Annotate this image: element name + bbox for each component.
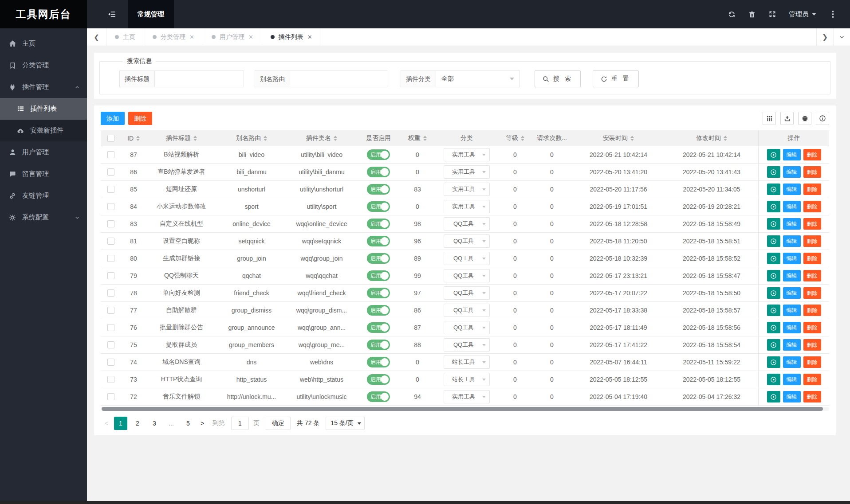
edit-button[interactable]: 编辑: [783, 305, 801, 316]
sidebar-item-install-plugin[interactable]: 安装新插件: [0, 120, 87, 141]
enabled-toggle[interactable]: 启用: [367, 184, 390, 195]
sort-icon[interactable]: [334, 136, 337, 141]
scrollbar-thumb[interactable]: [102, 407, 823, 411]
category-select[interactable]: 实用工具: [444, 165, 490, 179]
user-menu[interactable]: 管理员: [783, 0, 822, 28]
delete-row-button[interactable]: 删除: [803, 391, 821, 402]
print-icon[interactable]: [798, 112, 811, 125]
page-button-5[interactable]: 5: [181, 417, 195, 430]
row-checkbox[interactable]: [107, 376, 114, 383]
category-select[interactable]: QQ工具: [444, 321, 490, 334]
refresh-icon[interactable]: [721, 0, 742, 28]
category-select[interactable]: QQ工具: [444, 338, 490, 352]
edit-button[interactable]: 编辑: [783, 218, 801, 230]
delete-row-button[interactable]: 删除: [803, 305, 821, 316]
edit-button[interactable]: 编辑: [783, 339, 801, 351]
col-header-weight[interactable]: 权重: [400, 130, 435, 146]
search-button[interactable]: 搜 索: [535, 70, 581, 87]
goto-confirm-button[interactable]: 确定: [266, 417, 291, 430]
enabled-toggle[interactable]: 启用: [367, 357, 390, 367]
category-select[interactable]: QQ工具: [444, 252, 490, 265]
tab-users[interactable]: 用户管理 ✕: [203, 28, 262, 46]
category-select[interactable]: 实用工具: [444, 183, 490, 196]
edit-button[interactable]: 编辑: [783, 235, 801, 247]
sort-icon[interactable]: [521, 136, 524, 141]
page-button-1[interactable]: 1: [114, 417, 127, 430]
enabled-toggle[interactable]: 启用: [367, 149, 390, 160]
col-header-level[interactable]: 等级: [498, 130, 532, 146]
tabs-menu-toggle[interactable]: [833, 28, 850, 46]
tab-home[interactable]: 主页: [106, 28, 144, 46]
run-plugin-button[interactable]: [767, 374, 780, 385]
col-header-modified[interactable]: 修改时间: [665, 130, 758, 146]
fullscreen-icon[interactable]: [762, 0, 783, 28]
run-plugin-button[interactable]: [767, 305, 780, 316]
edit-button[interactable]: 编辑: [783, 391, 801, 402]
delete-button[interactable]: 删除: [128, 112, 152, 125]
tab-close-icon[interactable]: ✕: [189, 34, 194, 40]
sort-icon[interactable]: [136, 136, 140, 141]
run-plugin-button[interactable]: [767, 218, 780, 230]
run-plugin-button[interactable]: [767, 201, 780, 212]
category-select[interactable]: 站长工具: [444, 356, 490, 369]
run-plugin-button[interactable]: [767, 184, 780, 195]
edit-button[interactable]: 编辑: [783, 356, 801, 368]
row-checkbox[interactable]: [107, 289, 114, 297]
row-checkbox[interactable]: [107, 324, 114, 331]
plugin-category-select[interactable]: 全部: [436, 70, 520, 87]
tabs-scroll-right[interactable]: ❯: [816, 28, 833, 46]
columns-filter-icon[interactable]: [763, 112, 776, 125]
row-checkbox[interactable]: [107, 151, 114, 158]
delete-row-button[interactable]: 删除: [803, 339, 821, 351]
sidebar-item-users[interactable]: 用户管理: [0, 141, 87, 163]
row-checkbox[interactable]: [107, 168, 114, 176]
sort-icon[interactable]: [264, 136, 267, 141]
delete-row-button[interactable]: 删除: [803, 253, 821, 264]
topnav-general[interactable]: 常规管理: [128, 0, 174, 28]
category-select[interactable]: 实用工具: [444, 390, 490, 403]
delete-row-button[interactable]: 删除: [803, 270, 821, 281]
enabled-toggle[interactable]: 启用: [367, 236, 390, 246]
run-plugin-button[interactable]: [767, 253, 780, 264]
trash-icon[interactable]: [742, 0, 762, 28]
run-plugin-button[interactable]: [767, 149, 780, 160]
delete-row-button[interactable]: 删除: [803, 149, 821, 160]
sidebar-item-links[interactable]: 友链管理: [0, 185, 87, 207]
edit-button[interactable]: 编辑: [783, 184, 801, 195]
next-page-button[interactable]: >: [197, 417, 208, 430]
sidebar-item-home[interactable]: 主页: [0, 33, 87, 55]
add-button[interactable]: 添加: [101, 112, 125, 125]
enabled-toggle[interactable]: 启用: [367, 340, 390, 350]
row-checkbox[interactable]: [107, 341, 114, 348]
tab-close-icon[interactable]: ✕: [248, 34, 253, 40]
row-checkbox[interactable]: [107, 203, 114, 210]
enabled-toggle[interactable]: 启用: [367, 322, 390, 333]
page-button-2[interactable]: 2: [131, 417, 144, 430]
edit-button[interactable]: 编辑: [783, 374, 801, 385]
reset-button[interactable]: 重 置: [593, 70, 639, 87]
col-header-id[interactable]: ID: [121, 130, 146, 146]
export-icon[interactable]: [780, 112, 794, 125]
delete-row-button[interactable]: 删除: [803, 374, 821, 385]
category-select[interactable]: QQ工具: [444, 304, 490, 317]
tabs-scroll-left[interactable]: ❮: [87, 28, 106, 46]
edit-button[interactable]: 编辑: [783, 253, 801, 264]
plugin-title-input[interactable]: [154, 70, 244, 87]
run-plugin-button[interactable]: [767, 339, 780, 351]
edit-button[interactable]: 编辑: [783, 322, 801, 333]
sort-icon[interactable]: [724, 136, 727, 141]
edit-button[interactable]: 编辑: [783, 287, 801, 299]
sidebar-item-messages[interactable]: 留言管理: [0, 163, 87, 185]
goto-page-input[interactable]: [231, 417, 249, 430]
sidebar-item-plugins[interactable]: 插件管理: [0, 76, 87, 98]
edit-button[interactable]: 编辑: [783, 201, 801, 212]
category-select[interactable]: 实用工具: [444, 148, 490, 161]
category-select[interactable]: QQ工具: [444, 234, 490, 248]
run-plugin-button[interactable]: [767, 235, 780, 247]
category-select[interactable]: QQ工具: [444, 269, 490, 282]
delete-row-button[interactable]: 删除: [803, 218, 821, 230]
more-vertical-icon[interactable]: [822, 0, 843, 28]
edit-button[interactable]: 编辑: [783, 166, 801, 178]
prev-page-button[interactable]: <: [101, 417, 112, 430]
delete-row-button[interactable]: 删除: [803, 201, 821, 212]
